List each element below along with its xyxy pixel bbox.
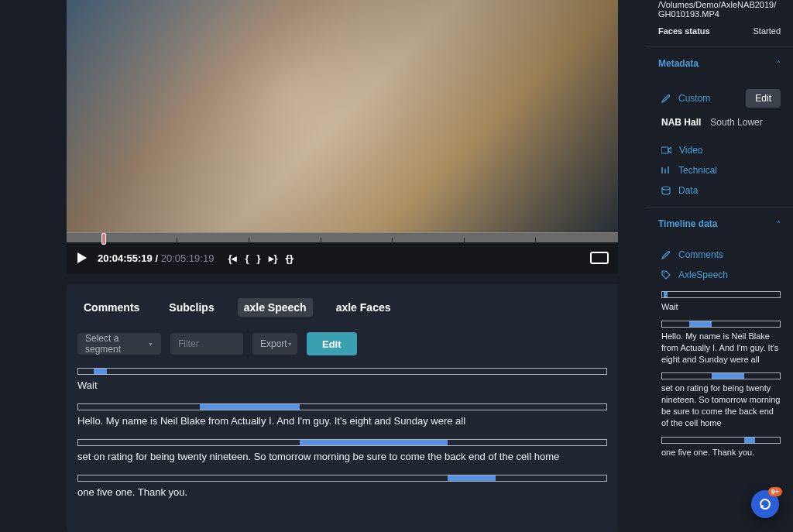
video-metadata-item[interactable]: Video bbox=[646, 136, 793, 156]
pencil-icon bbox=[661, 250, 671, 259]
timeline-segment-text: Hello. My name is Neil Blake from Actual… bbox=[661, 331, 781, 366]
time-separator: / bbox=[155, 252, 160, 264]
segment-row[interactable]: Hello. My name is Neil Blake from Actual… bbox=[77, 403, 607, 427]
filter-input[interactable] bbox=[178, 338, 235, 349]
nab-hall-key: NAB Hall bbox=[661, 117, 701, 128]
segment-bar[interactable] bbox=[77, 403, 607, 410]
filter-input-wrap bbox=[170, 333, 243, 355]
video-icon bbox=[661, 146, 671, 154]
refresh-fab[interactable]: 9+ bbox=[751, 490, 779, 518]
timeline-segment-row[interactable]: set on rating for being twenty nineteen.… bbox=[661, 372, 781, 428]
play-button[interactable] bbox=[76, 252, 88, 264]
pencil-icon bbox=[661, 94, 671, 103]
svg-rect-2 bbox=[661, 147, 668, 153]
segment-bar[interactable] bbox=[77, 368, 607, 375]
svg-rect-1 bbox=[591, 252, 608, 263]
export-label: Export bbox=[260, 338, 287, 349]
timeline-segment-bar[interactable] bbox=[661, 437, 781, 444]
timeline-segment-bar[interactable] bbox=[661, 291, 781, 298]
edit-segments-button[interactable]: Edit bbox=[307, 332, 357, 355]
axlespeech-timeline-item[interactable]: AxleSpeech bbox=[646, 260, 793, 291]
data-metadata-item[interactable]: Data bbox=[646, 176, 793, 207]
technical-metadata-item[interactable]: Technical bbox=[646, 156, 793, 176]
timeline-segment-text: one five one. Thank you. bbox=[661, 447, 781, 458]
timeline-ruler[interactable] bbox=[67, 232, 618, 243]
tab-axle-faces[interactable]: axle Faces bbox=[330, 298, 397, 317]
video-preview[interactable] bbox=[67, 0, 618, 232]
export-select[interactable]: Export ▼ bbox=[252, 333, 297, 355]
fullscreen-button[interactable] bbox=[590, 252, 609, 264]
timeline-segment-row[interactable]: one five one. Thank you. bbox=[661, 437, 781, 458]
segment-bar[interactable] bbox=[77, 439, 607, 446]
edit-custom-button[interactable]: Edit bbox=[746, 89, 781, 108]
chevron-up-icon: ˄ bbox=[777, 220, 781, 228]
segment-select[interactable]: Select a segment ▼ bbox=[77, 333, 161, 355]
technical-icon bbox=[661, 166, 671, 174]
step-forward-button[interactable]: ▸} bbox=[269, 252, 278, 264]
playhead[interactable] bbox=[101, 233, 106, 245]
faces-status-row: Faces status Started bbox=[658, 26, 781, 36]
fab-badge: 9+ bbox=[768, 487, 782, 496]
timecode-display: 20:04:55:19 / 20:05:19:19 bbox=[98, 252, 214, 264]
sidebar: /Volumes/Demo/AxleNAB2019/GH010193.MP4 F… bbox=[646, 0, 793, 532]
timeline-segment-row[interactable]: Wait bbox=[661, 291, 781, 313]
step-back-button[interactable]: {◂ bbox=[228, 252, 237, 264]
video-controls: 20:04:55:19 / 20:05:19:19 {◂ { } ▸} {} bbox=[67, 242, 618, 273]
chevron-down-icon: ▼ bbox=[287, 342, 293, 347]
total-time: 20:05:19:19 bbox=[161, 252, 215, 264]
nab-hall-value: South Lower bbox=[710, 117, 762, 128]
faces-status-label: Faces status bbox=[658, 26, 710, 36]
svg-point-7 bbox=[664, 273, 665, 274]
chevron-up-icon: ˄ bbox=[777, 60, 781, 68]
timeline-segment-text: set on rating for being twenty nineteen.… bbox=[661, 383, 781, 428]
timeline-segment-bar[interactable] bbox=[661, 321, 781, 328]
tab-subclips[interactable]: Subclips bbox=[163, 298, 220, 317]
svg-point-6 bbox=[662, 187, 670, 190]
segment-text: set on rating for being twenty nineteen.… bbox=[77, 451, 607, 462]
chevron-down-icon: ▼ bbox=[148, 342, 153, 347]
current-time: 20:04:55:19 bbox=[98, 252, 153, 264]
segment-text: one five one. Thank you. bbox=[77, 486, 607, 498]
segment-bar[interactable] bbox=[77, 475, 607, 482]
tag-icon bbox=[661, 270, 671, 280]
segment-row[interactable]: Wait bbox=[77, 368, 607, 391]
segment-select-label: Select a segment bbox=[85, 333, 148, 355]
comments-timeline-item[interactable]: Comments bbox=[646, 240, 793, 260]
timeline-segment-text: Wait bbox=[661, 301, 781, 313]
segment-row[interactable]: set on rating for being twenty nineteen.… bbox=[77, 439, 607, 462]
segment-text: Hello. My name is Neil Blake from Actual… bbox=[77, 415, 607, 427]
tab-comments[interactable]: Comments bbox=[77, 298, 146, 317]
annotations-panel: Comments Subclips axle Speech axle Faces… bbox=[67, 284, 618, 532]
custom-metadata-item[interactable]: Custom bbox=[661, 93, 710, 104]
panel-tabs: Comments Subclips axle Speech axle Faces bbox=[77, 298, 607, 317]
nab-hall-row: NAB Hall South Lower bbox=[646, 117, 793, 136]
brace-out-button[interactable]: } bbox=[257, 252, 261, 264]
faces-status-value: Started bbox=[754, 26, 781, 36]
timeline-data-section-head[interactable]: Timeline data ˄ bbox=[658, 218, 781, 229]
tab-axle-speech[interactable]: axle Speech bbox=[238, 298, 313, 317]
file-path: /Volumes/Demo/AxleNAB2019/GH010193.MP4 bbox=[658, 0, 781, 19]
segment-toolbar: Select a segment ▼ Export ▼ Edit bbox=[77, 332, 607, 355]
metadata-section-head[interactable]: Metadata ˄ bbox=[658, 58, 781, 69]
timeline-segment-bar[interactable] bbox=[661, 372, 781, 379]
data-icon bbox=[661, 186, 671, 195]
svg-marker-0 bbox=[77, 252, 87, 263]
segment-row[interactable]: one five one. Thank you. bbox=[77, 475, 607, 498]
timeline-segment-row[interactable]: Hello. My name is Neil Blake from Actual… bbox=[661, 321, 781, 366]
clear-braces-button[interactable]: {} bbox=[286, 252, 294, 264]
brace-in-button[interactable]: { bbox=[245, 252, 249, 264]
segment-text: Wait bbox=[77, 379, 607, 391]
